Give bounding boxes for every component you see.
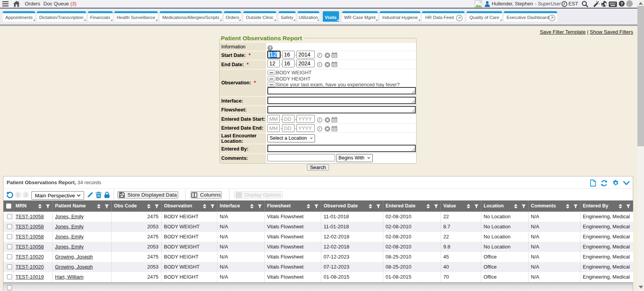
- svg-text:?: ?: [620, 2, 623, 6]
- svg-text:?: ?: [269, 46, 271, 50]
